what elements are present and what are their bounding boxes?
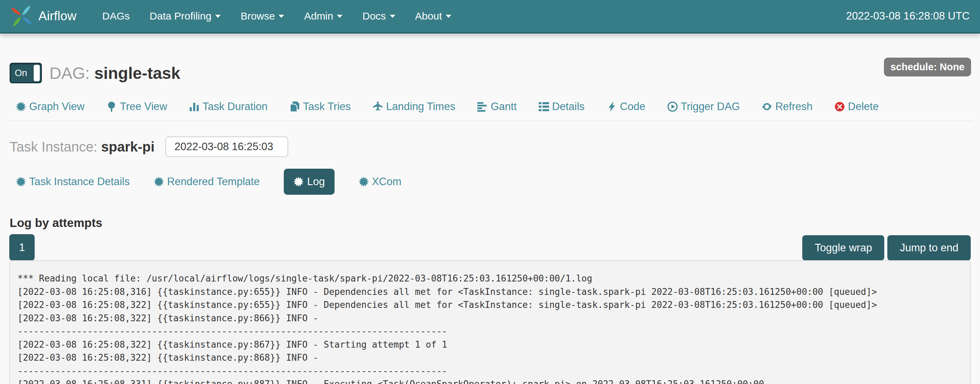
- align-left-icon: [477, 102, 488, 112]
- task-instance-heading: Task Instance: spark-pi: [10, 139, 154, 155]
- chevron-down-icon: [446, 15, 451, 18]
- log-line: [2022-03-08 16:25:08,322] {{taskinstance…: [18, 351, 963, 365]
- attempt-1-tab[interactable]: 1: [9, 234, 35, 260]
- log-line: ----------------------------------------…: [18, 365, 963, 378]
- tab-xcom[interactable]: XCom: [359, 176, 401, 188]
- tree-icon: [107, 102, 117, 112]
- schedule-badge: schedule: None: [884, 58, 971, 76]
- list-icon: [539, 102, 549, 112]
- nav-item-browse[interactable]: Browse: [231, 0, 294, 32]
- tab-delete[interactable]: Delete: [835, 100, 879, 113]
- dag-pause-toggle[interactable]: On: [10, 63, 42, 83]
- tab-code[interactable]: Code: [607, 100, 646, 113]
- log-line: *** Reading local file: /usr/local/airfl…: [18, 272, 963, 285]
- airflow-logo: [10, 5, 33, 27]
- log-actions: Toggle wrap Jump to end: [802, 235, 971, 260]
- nav-item-data-profiling[interactable]: Data Profiling: [140, 0, 231, 32]
- log-line: [2022-03-08 16:25:08,322] {{taskinstance…: [18, 312, 963, 325]
- certificate-icon: [16, 176, 26, 187]
- duplicate-icon: [290, 102, 300, 112]
- chevron-down-icon: [278, 15, 284, 18]
- chevron-down-icon: [337, 15, 342, 18]
- play-circle-icon: [667, 102, 678, 112]
- chevron-down-icon: [390, 15, 395, 18]
- delete-circle-icon: [835, 102, 845, 112]
- dag-view-tabs: Graph View Tree View Task Duration Task …: [16, 100, 879, 113]
- bar-chart-icon: [189, 102, 199, 112]
- nav-menu: DAGs Data Profiling Browse Admin Docs Ab…: [92, 0, 461, 32]
- chevron-down-icon: [215, 15, 221, 18]
- tab-rendered-template[interactable]: Rendered Template: [154, 176, 260, 188]
- lightning-bolt-icon: [607, 102, 617, 112]
- nav-item-docs[interactable]: Docs: [352, 0, 405, 32]
- tab-details[interactable]: Details: [539, 100, 585, 113]
- log-line: [2022-03-08 16:25:08,331] {{taskinstance…: [18, 378, 963, 384]
- dag-name: single-task: [94, 64, 180, 82]
- tab-trigger-dag[interactable]: Trigger DAG: [667, 100, 740, 113]
- top-navbar: Airflow DAGs Data Profiling Browse Admin…: [0, 0, 980, 33]
- certificate-icon: [16, 102, 26, 112]
- toggle-on-label: On: [15, 68, 27, 79]
- task-instance-tabs: Task Instance Details Rendered Template …: [16, 169, 401, 195]
- nav-item-about[interactable]: About: [405, 0, 461, 32]
- jump-to-end-button[interactable]: Jump to end: [887, 235, 971, 260]
- log-line: [2022-03-08 16:25:08,316] {{taskinstance…: [18, 285, 963, 298]
- log-output-panel[interactable]: *** Reading local file: /usr/local/airfl…: [9, 260, 971, 384]
- tab-task-instance-details[interactable]: Task Instance Details: [16, 176, 130, 188]
- log-by-attempts-heading: Log by attempts: [10, 216, 102, 230]
- brand-label: Airflow: [38, 9, 76, 23]
- plane-icon: [373, 102, 383, 112]
- tab-task-tries[interactable]: Task Tries: [290, 100, 351, 113]
- certificate-icon: [359, 176, 369, 187]
- log-line: ----------------------------------------…: [18, 325, 963, 338]
- airflow-brand-link[interactable]: Airflow: [10, 5, 76, 27]
- dag-title-prefix: DAG:: [49, 64, 89, 82]
- refresh-icon: [762, 102, 772, 112]
- nav-item-dags[interactable]: DAGs: [92, 0, 140, 32]
- tab-log[interactable]: Log: [284, 169, 334, 195]
- nav-item-admin[interactable]: Admin: [294, 0, 352, 32]
- tab-refresh[interactable]: Refresh: [762, 100, 813, 113]
- log-line: [2022-03-08 16:25:08,322] {{taskinstance…: [18, 338, 963, 351]
- tab-gantt[interactable]: Gantt: [477, 100, 517, 113]
- execution-date-input[interactable]: [165, 136, 288, 157]
- toggle-wrap-button[interactable]: Toggle wrap: [802, 235, 884, 260]
- tab-task-duration[interactable]: Task Duration: [189, 100, 268, 113]
- utc-clock: 2022-03-08 16:28:08 UTC: [846, 10, 970, 22]
- page-title: DAG: single-task: [49, 64, 180, 83]
- certificate-icon: [154, 176, 164, 187]
- log-line: [2022-03-08 16:25:08,322] {{taskinstance…: [18, 298, 963, 312]
- task-instance-prefix: Task Instance:: [10, 139, 97, 154]
- tab-tree-view[interactable]: Tree View: [107, 100, 167, 113]
- toggle-knob: [33, 65, 40, 81]
- divider: [8, 121, 973, 121]
- certificate-icon: [293, 176, 304, 187]
- task-name: spark-pi: [101, 139, 155, 154]
- tab-landing-times[interactable]: Landing Times: [373, 100, 455, 113]
- tab-graph-view[interactable]: Graph View: [16, 100, 84, 113]
